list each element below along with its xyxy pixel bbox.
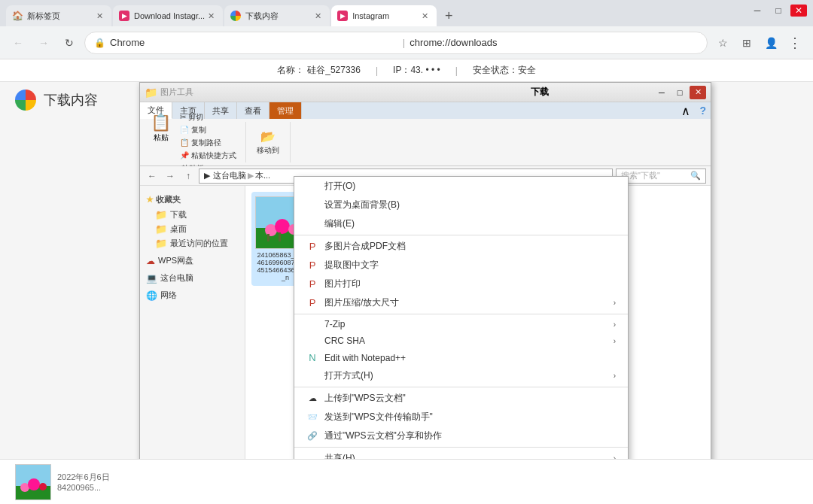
sidebar-network[interactable]: 🌐 网络 <box>140 288 245 302</box>
ctx-share-label: 共享(H) <box>324 452 607 459</box>
explorer-title-prefix: 图片工具 <box>160 87 193 98</box>
tab-title-4: Instagram <box>352 11 419 20</box>
tab-instagram[interactable]: ▶ Instagram ✕ <box>331 5 437 26</box>
sidebar-item-recent[interactable]: 📁 最近访问的位置 <box>140 236 245 250</box>
address-protocol: Chrome <box>110 37 398 48</box>
tab-close-1[interactable]: ✕ <box>93 10 105 22</box>
ctx-open-with[interactable]: 打开方式(H) › <box>294 366 628 385</box>
refresh-button[interactable]: ↻ <box>59 32 80 53</box>
info-sep-2: | <box>455 65 458 76</box>
copy-path-label: 复制路径 <box>191 138 221 148</box>
copy-path-icon: 📋 <box>180 138 189 147</box>
ribbon-tab-view[interactable]: 查看 <box>237 102 269 119</box>
explorer-close[interactable]: ✕ <box>690 86 706 99</box>
ribbon-tab-manage[interactable]: 管理 <box>269 102 302 119</box>
ctx-sep-1 <box>294 235 628 235</box>
exp-up-button[interactable]: ↑ <box>181 169 196 184</box>
breadcrumb-sep-2: ▶ <box>248 171 254 181</box>
download-filename: 84200965... <box>57 483 110 492</box>
copy-icon: 📄 <box>180 126 189 134</box>
paste-shortcut-button[interactable]: 📌 粘贴快捷方式 <box>177 150 239 162</box>
sidebar-recent-label: 最近访问的位置 <box>170 238 228 249</box>
organize-buttons: 📂 移动到 <box>252 128 284 157</box>
address-bar[interactable]: 🔒 Chrome | chrome://downloads <box>84 32 708 54</box>
address-url: chrome://downloads <box>410 37 698 48</box>
ip-label: IP：43. • • • <box>393 64 440 77</box>
ctx-wps-upload-icon: ☁ <box>306 393 318 403</box>
bookmark-button[interactable]: ☆ <box>712 32 733 53</box>
ctx-wps-share[interactable]: 🔗 通过"WPS云文档"分享和协作 <box>294 427 628 445</box>
ribbon-organize-group: 📂 移动到 <box>252 122 291 162</box>
profile-button[interactable]: 👤 <box>760 32 781 53</box>
ribbon-collapse[interactable]: ∧ <box>677 102 695 119</box>
tab-close-4[interactable]: ✕ <box>419 10 431 22</box>
ctx-edit[interactable]: 编辑(E) <box>294 214 628 233</box>
svg-point-3 <box>275 219 290 234</box>
tab-groups-button[interactable]: ⊞ <box>736 32 757 53</box>
ctx-notepad[interactable]: N Edit with Notepad++ <box>294 349 628 366</box>
folder-icon-desktop: 📁 <box>155 223 167 235</box>
svg-point-12 <box>39 483 47 490</box>
ctx-pdf[interactable]: P 多图片合成PDF文档 <box>294 237 628 256</box>
search-placeholder: 搜索"下载" <box>621 170 687 181</box>
search-box[interactable]: 搜索"下载" 🔍 <box>616 169 706 184</box>
copy-button[interactable]: 📄 复制 <box>177 124 239 136</box>
back-button[interactable]: ← <box>8 32 29 53</box>
cut-button[interactable]: ✂ 剪切 <box>177 111 239 123</box>
wps-label: WPS网盘 <box>158 255 193 266</box>
exp-forward-button[interactable]: → <box>163 169 178 184</box>
lock-icon: 🔒 <box>94 38 105 48</box>
network-section: 🌐 网络 <box>140 288 245 302</box>
minimize-button[interactable]: ─ <box>748 5 766 17</box>
sidebar-wps[interactable]: ☁ WPS网盘 <box>140 254 245 268</box>
explorer-maximize[interactable]: □ <box>671 86 688 99</box>
svg-rect-7 <box>279 232 281 241</box>
ctx-wallpaper[interactable]: 设置为桌面背景(B) <box>294 196 628 214</box>
ctx-resize-icon: P <box>306 297 318 308</box>
close-button[interactable]: ✕ <box>790 5 807 17</box>
ribbon-clipboard-group: 📋 粘贴 ✂ 剪切 📄 复制 <box>146 122 246 162</box>
ctx-open[interactable]: 打开(O) <box>294 177 628 196</box>
ctx-7zip[interactable]: 7-Zip › <box>294 316 628 332</box>
tab-favicon-3 <box>230 11 241 21</box>
ctx-print-icon: P <box>306 278 318 290</box>
ctx-ocr[interactable]: P 提取图中文字 <box>294 256 628 275</box>
maximize-button[interactable]: □ <box>769 5 787 17</box>
tab-close-3[interactable]: ✕ <box>312 10 324 22</box>
ctx-crc[interactable]: CRC SHA › <box>294 332 628 349</box>
forward-button[interactable]: → <box>33 32 54 53</box>
new-tab-button[interactable]: + <box>438 5 459 26</box>
sidebar-item-downloads[interactable]: 📁 下载 <box>140 208 245 222</box>
exp-back-button[interactable]: ← <box>145 169 160 184</box>
explorer-sidebar: ★ 收藏夹 📁 下载 📁 桌面 📁 最近访 <box>140 186 245 459</box>
ctx-ocr-label: 提取图中文字 <box>324 259 616 272</box>
ctx-sep-4 <box>294 447 628 448</box>
tab-close-2[interactable]: ✕ <box>205 10 217 22</box>
ctx-wps-share-label: 通过"WPS云文档"分享和协作 <box>324 430 616 442</box>
paste-button[interactable]: 📋 粘贴 <box>146 111 175 144</box>
folder-icon-downloads: 📁 <box>155 209 167 220</box>
info-bar: 名称： 硅谷_527336 | IP：43. • • • | 安全状态：安全 <box>0 59 813 82</box>
download-thumbnail <box>15 464 51 500</box>
ctx-resize[interactable]: P 图片压缩/放大尺寸 › <box>294 293 628 312</box>
explorer-minimize[interactable]: ─ <box>653 86 670 99</box>
ctx-print[interactable]: P 图片打印 <box>294 275 628 293</box>
tab-downloads[interactable]: 下载内容 ✕ <box>224 5 330 26</box>
sidebar-item-desktop[interactable]: 📁 桌面 <box>140 222 245 236</box>
sidebar-computer[interactable]: 💻 这台电脑 <box>140 271 245 285</box>
ctx-share[interactable]: 共享(H) › <box>294 449 628 459</box>
download-bar: 2022年6月6日 84200965... <box>0 459 813 504</box>
ctx-wps-send[interactable]: 📨 发送到"WPS文件传输助手" <box>294 408 628 427</box>
move-to-button[interactable]: 📂 移动到 <box>252 128 284 157</box>
explorer-title: 下载 <box>426 86 654 99</box>
ribbon-help[interactable]: ? <box>695 102 711 119</box>
ctx-wps-upload[interactable]: ☁ 上传到"WPS云文档" <box>294 389 628 408</box>
download-date: 2022年6月6日 <box>57 472 110 483</box>
ctx-sep-3 <box>294 387 628 387</box>
tab-new[interactable]: 🏠 新标签页 ✕ <box>6 5 111 26</box>
tab-download-instagram[interactable]: ▶ Download Instagr... ✕ <box>113 5 223 26</box>
ribbon-content: 📋 粘贴 ✂ 剪切 📄 复制 <box>140 119 711 165</box>
more-options-button[interactable]: ⋮ <box>784 32 805 53</box>
ctx-resize-arrow: › <box>614 299 616 307</box>
copy-path-button[interactable]: 📋 复制路径 <box>177 137 239 149</box>
